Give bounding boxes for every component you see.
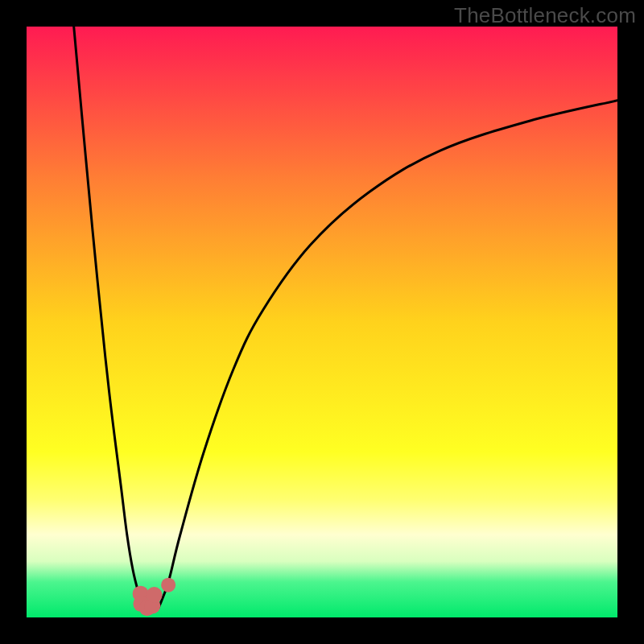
dot-right (161, 578, 175, 592)
u-marker-right-up (147, 587, 163, 603)
watermark-text: TheBottleneck.com (454, 3, 636, 28)
bottleneck-curve-chart (27, 27, 617, 617)
gradient-background (27, 27, 617, 617)
plot-area (27, 27, 617, 617)
chart-frame: TheBottleneck.com (0, 0, 644, 644)
